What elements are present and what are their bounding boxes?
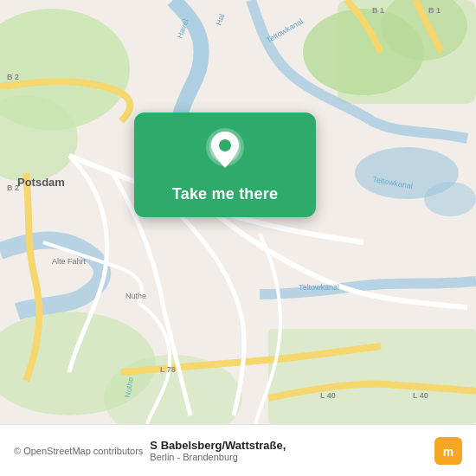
svg-point-29 <box>219 139 231 151</box>
svg-text:Alte Fahrt: Alte Fahrt <box>52 257 87 266</box>
bottom-bar: © OpenStreetMap contributors S Babelsber… <box>0 424 476 476</box>
attribution-text: © OpenStreetMap contributors <box>14 446 143 456</box>
take-me-there-button-label: Take me there <box>172 185 278 203</box>
svg-point-10 <box>424 182 476 216</box>
svg-text:B 2: B 2 <box>7 73 19 81</box>
moovit-logo: m <box>434 437 462 465</box>
station-name: S Babelsberg/Wattstraße, <box>150 439 434 452</box>
location-pin-icon <box>206 128 244 177</box>
svg-text:Nuthe: Nuthe <box>125 292 146 300</box>
station-info: S Babelsberg/Wattstraße, Berlin - Brande… <box>143 439 434 462</box>
svg-rect-8 <box>268 329 476 424</box>
take-me-there-card[interactable]: Take me there <box>134 113 316 217</box>
svg-text:L 40: L 40 <box>413 391 428 400</box>
svg-text:Teltowkanal: Teltowkanal <box>299 283 339 292</box>
station-region: Berlin - Brandenburg <box>150 452 434 462</box>
svg-text:B 1: B 1 <box>428 6 441 15</box>
moovit-icon: m <box>434 437 462 465</box>
svg-text:B 1: B 1 <box>372 6 384 15</box>
map-area: B 2 B 2 B 1 B 1 L 78 L 40 L 40 Potsdam A… <box>0 0 476 424</box>
svg-text:L 78: L 78 <box>160 365 176 374</box>
svg-text:L 40: L 40 <box>320 391 336 400</box>
svg-text:Potsdam: Potsdam <box>17 176 65 189</box>
svg-text:m: m <box>443 445 453 459</box>
